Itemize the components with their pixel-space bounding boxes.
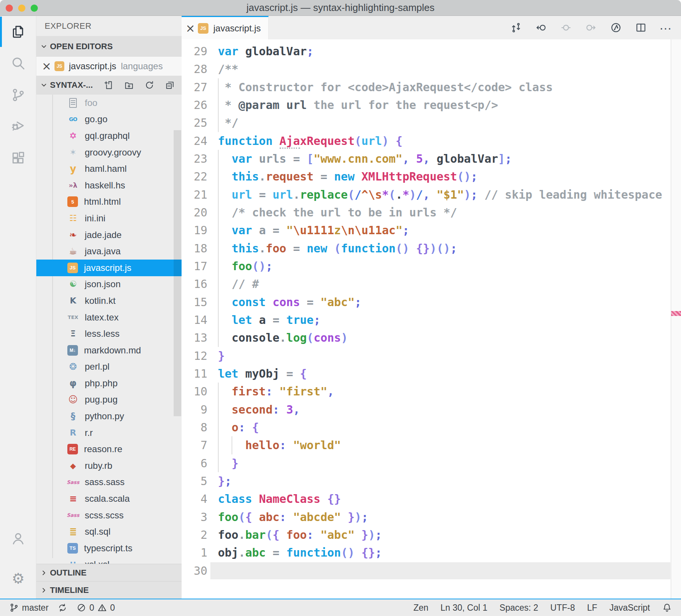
file-tree-item[interactable]: ❂perl.pl bbox=[36, 359, 182, 375]
accounts-button[interactable] bbox=[0, 523, 36, 554]
code-line[interactable]: 29var globalVar; bbox=[182, 42, 681, 60]
code-editor[interactable]: 29var globalVar;28/**27 * Constructor fo… bbox=[182, 39, 681, 599]
circle-dash-icon[interactable] bbox=[559, 21, 573, 34]
code-line[interactable]: 19 var a = "\u1111z\n\u11ac"; bbox=[182, 221, 681, 239]
timeline-section-header[interactable]: TIMELINE bbox=[36, 581, 182, 599]
file-tree-item[interactable]: ☯json.json bbox=[36, 276, 182, 293]
code-line[interactable]: 30 bbox=[182, 562, 681, 580]
file-tree-item[interactable]: TStypescript.ts bbox=[36, 540, 182, 557]
file-tree-item[interactable]: foo bbox=[36, 95, 182, 111]
code-line[interactable]: 5}; bbox=[182, 472, 681, 490]
outline-section-header[interactable]: OUTLINE bbox=[36, 564, 182, 581]
timeline-history-icon[interactable] bbox=[609, 21, 623, 34]
file-tree-item[interactable]: ☕java.java bbox=[36, 243, 182, 260]
close-editor-icon[interactable]: × bbox=[42, 61, 51, 72]
zoom-window-button[interactable] bbox=[31, 5, 38, 12]
status-language[interactable]: JavaScript bbox=[609, 603, 650, 613]
code-line[interactable]: 16 // # bbox=[182, 275, 681, 293]
status-indentation[interactable]: Spaces: 2 bbox=[499, 603, 538, 613]
code-line[interactable]: 21 url = url.replace(/^\s*(.*)/, "$1"); … bbox=[182, 186, 681, 204]
file-tree-item[interactable]: 5html.html bbox=[36, 194, 182, 210]
search-tab[interactable] bbox=[0, 47, 36, 79]
file-tree-item[interactable]: ❧jade.jade bbox=[36, 227, 182, 243]
overview-ruler[interactable] bbox=[671, 39, 681, 599]
settings-button[interactable]: ⚙ bbox=[0, 563, 36, 594]
code-line[interactable]: 14 let a = true; bbox=[182, 311, 681, 329]
file-tree-item[interactable]: REreason.re bbox=[36, 441, 182, 457]
previous-change-icon[interactable] bbox=[534, 21, 548, 34]
status-eol[interactable]: LF bbox=[587, 603, 597, 613]
code-line[interactable]: 6 } bbox=[182, 454, 681, 472]
code-line[interactable]: 12} bbox=[182, 347, 681, 365]
code-line[interactable]: 10 first: "first", bbox=[182, 383, 681, 400]
file-tree-item[interactable]: GOgo.go bbox=[36, 111, 182, 128]
code-line[interactable]: 1obj.abc = function() {}; bbox=[182, 544, 681, 562]
file-tree-item[interactable]: ≣sql.sql bbox=[36, 523, 182, 540]
file-tree-item[interactable]: φphp.php bbox=[36, 375, 182, 392]
folder-section-header[interactable]: SYNTAX-... bbox=[36, 76, 182, 95]
code-line[interactable]: 11let myObj = { bbox=[182, 365, 681, 383]
close-window-button[interactable] bbox=[6, 5, 13, 12]
more-actions-icon[interactable]: … bbox=[659, 21, 673, 34]
file-tree-item[interactable]: Sassscss.scss bbox=[36, 507, 182, 524]
file-tree-item[interactable]: TEXlatex.tex bbox=[36, 309, 182, 326]
file-tree-item[interactable]: ✡gql.graphql bbox=[36, 128, 182, 144]
branch-indicator[interactable]: master bbox=[9, 603, 48, 613]
file-tree-item[interactable]: Sasssass.sass bbox=[36, 474, 182, 491]
notifications-bell-icon[interactable] bbox=[662, 603, 672, 613]
minimize-window-button[interactable] bbox=[18, 5, 25, 12]
problems-indicator[interactable]: 0 0 bbox=[76, 603, 115, 613]
file-tree-item[interactable]: ◆ruby.rb bbox=[36, 457, 182, 474]
code-line[interactable]: 9 second: 3, bbox=[182, 401, 681, 418]
code-line[interactable]: 18 this.foo = new (function() {})(); bbox=[182, 240, 681, 257]
next-change-icon[interactable] bbox=[584, 21, 598, 34]
source-control-tab[interactable] bbox=[0, 79, 36, 111]
sidebar-scrollbar[interactable] bbox=[174, 130, 181, 416]
code-line[interactable]: 27 * Constructor for <code>AjaxRequest</… bbox=[182, 78, 681, 96]
extensions-tab[interactable] bbox=[0, 142, 36, 174]
refresh-icon[interactable] bbox=[145, 80, 154, 90]
tab-javascript[interactable]: × JS javascript.js bbox=[182, 16, 269, 39]
code-line[interactable]: 28/** bbox=[182, 60, 681, 78]
code-line[interactable]: 25 */ bbox=[182, 114, 681, 132]
status-zen[interactable]: Zen bbox=[414, 603, 429, 613]
file-tree-item[interactable]: Ξless.less bbox=[36, 325, 182, 342]
code-line[interactable]: 26 * @param url the url for the request<… bbox=[182, 96, 681, 114]
code-line[interactable]: 8 o: { bbox=[182, 418, 681, 436]
file-tree-item[interactable]: »λhaskell.hs bbox=[36, 177, 182, 194]
code-line[interactable]: 24function AjaxRequest(url) { bbox=[182, 132, 681, 150]
file-tree-item[interactable]: §python.py bbox=[36, 408, 182, 425]
code-line[interactable]: 3foo({ abc: "abcde" }); bbox=[182, 508, 681, 526]
status-cursor-position[interactable]: Ln 30, Col 1 bbox=[440, 603, 487, 613]
open-editors-section-header[interactable]: OPEN EDITORS bbox=[36, 36, 182, 57]
explorer-tab[interactable] bbox=[0, 16, 36, 48]
code-line[interactable]: 22 this.request = new XMLHttpRequest(); bbox=[182, 168, 681, 185]
file-tree-item[interactable]: ☺pug.pug bbox=[36, 392, 182, 408]
run-debug-tab[interactable] bbox=[0, 110, 36, 142]
code-line[interactable]: 4class NameClass {} bbox=[182, 490, 681, 508]
code-line[interactable]: 2foo.bar({ foo: "abc" }); bbox=[182, 526, 681, 544]
code-line[interactable]: 7 hello: "world" bbox=[182, 436, 681, 454]
sync-button[interactable] bbox=[58, 603, 67, 613]
code-line[interactable]: 20 /* check the url to be in urls */ bbox=[182, 204, 681, 221]
split-editor-icon[interactable] bbox=[634, 21, 648, 34]
code-line[interactable]: 17 foo(); bbox=[182, 257, 681, 275]
collapse-folders-icon[interactable] bbox=[165, 80, 175, 90]
compare-changes-icon[interactable] bbox=[509, 21, 523, 34]
file-tree-item[interactable]: Rr.r bbox=[36, 425, 182, 441]
code-line[interactable]: 23 var urls = ["www.cnn.com", 5, globalV… bbox=[182, 150, 681, 168]
file-tree-item[interactable]: ∷xsl.xsl bbox=[36, 557, 182, 564]
file-tree-item[interactable]: Kkotlin.kt bbox=[36, 292, 182, 309]
status-encoding[interactable]: UTF-8 bbox=[550, 603, 575, 613]
code-line[interactable]: 13 console.log(cons) bbox=[182, 329, 681, 347]
file-tree-item[interactable]: yhaml.haml bbox=[36, 160, 182, 177]
close-tab-icon[interactable]: × bbox=[185, 23, 195, 34]
file-tree-item[interactable]: ☷ini.ini bbox=[36, 210, 182, 227]
file-tree-item[interactable]: M↓markdown.md bbox=[36, 342, 182, 359]
file-tree-item[interactable]: ≡scala.scala bbox=[36, 490, 182, 507]
file-tree-item[interactable]: JSjavascript.js bbox=[36, 260, 182, 276]
file-tree-item[interactable]: ✶groovy.groovy bbox=[36, 144, 182, 161]
open-editor-item[interactable]: × JS javascript.js languages bbox=[36, 57, 182, 76]
code-line[interactable]: 15 const cons = "abc"; bbox=[182, 293, 681, 311]
new-file-icon[interactable] bbox=[104, 80, 114, 90]
